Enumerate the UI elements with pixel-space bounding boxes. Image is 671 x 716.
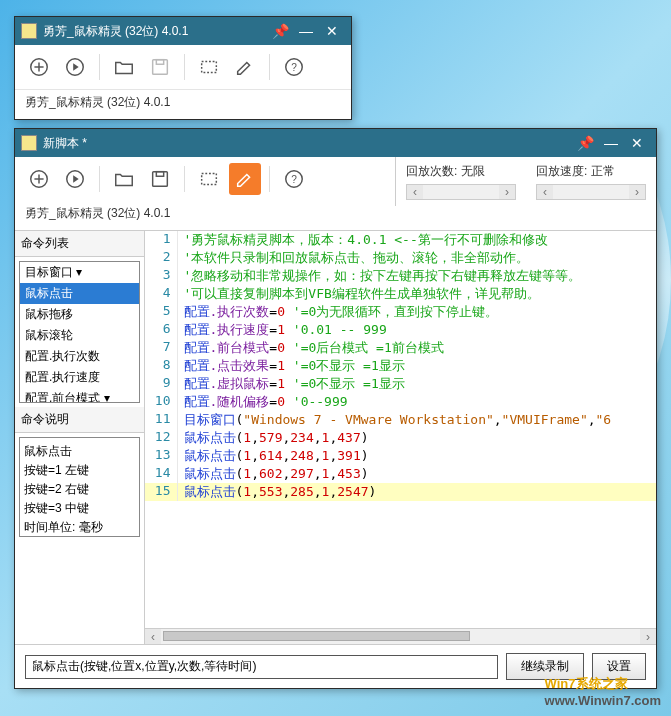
save-button[interactable] (144, 51, 176, 83)
window-script: 新脚本 * 📌 — ✕ ? 勇芳_鼠标精灵 (32位) 4.0.1 回放次数: … (14, 128, 657, 689)
subtitle: 勇芳_鼠标精灵 (32位) 4.0.1 (15, 90, 351, 119)
playback-count-slider[interactable]: ‹› (406, 184, 516, 200)
edit-button[interactable] (229, 163, 261, 195)
minimize-icon[interactable]: — (293, 23, 319, 39)
playback-options: 回放次数: 无限 ‹› 回放速度: 正常 ‹› (395, 157, 656, 206)
edit-button[interactable] (229, 51, 261, 83)
desc-line: 按键=3 中键 (24, 499, 135, 518)
app-icon (21, 23, 37, 39)
toolbar: ? (15, 45, 351, 90)
add-button[interactable] (23, 51, 55, 83)
playback-speed-label: 回放速度: 正常 (536, 163, 646, 180)
svg-text:?: ? (291, 174, 297, 185)
list-item[interactable]: 配置.前台模式 ▾ (20, 388, 139, 403)
close-icon[interactable]: ✕ (624, 135, 650, 151)
window-main: 勇芳_鼠标精灵 (32位) 4.0.1 📌 — ✕ ? 勇芳_鼠标精灵 (32位… (14, 16, 352, 120)
toolbar: ? (15, 157, 395, 201)
left-panel: 命令列表 目标窗口 ▾鼠标点击鼠标拖移鼠标滚轮配置.执行次数配置.执行速度配置.… (15, 231, 145, 644)
help-button[interactable]: ? (278, 51, 310, 83)
svg-marker-14 (73, 175, 79, 182)
list-item[interactable]: 鼠标拖移 (20, 304, 139, 325)
open-button[interactable] (108, 51, 140, 83)
svg-rect-7 (202, 62, 217, 73)
cmd-list-title: 命令列表 (15, 231, 144, 257)
list-item[interactable]: 鼠标点击 (20, 283, 139, 304)
pin-icon[interactable]: 📌 (267, 23, 293, 39)
app-icon (21, 135, 37, 151)
svg-rect-16 (156, 172, 163, 177)
close-icon[interactable]: ✕ (319, 23, 345, 39)
desc-line: 时间单位: 毫秒 (24, 518, 135, 537)
watermark: Win7系统之家 www.Winwin7.com (545, 675, 661, 708)
subtitle: 勇芳_鼠标精灵 (32位) 4.0.1 (15, 201, 395, 230)
help-button[interactable]: ? (278, 163, 310, 195)
open-button[interactable] (108, 163, 140, 195)
list-item[interactable]: 配置.执行次数 (20, 346, 139, 367)
desc-line: 鼠标点击 (24, 442, 135, 461)
list-item[interactable]: 鼠标滚轮 (20, 325, 139, 346)
window-title: 勇芳_鼠标精灵 (32位) 4.0.1 (43, 23, 267, 40)
svg-rect-6 (156, 60, 163, 65)
editor-hscroll[interactable]: ‹› (145, 628, 656, 644)
save-button[interactable] (144, 163, 176, 195)
list-item[interactable]: 目标窗口 ▾ (20, 262, 139, 283)
add-button[interactable] (23, 163, 55, 195)
cmd-listbox[interactable]: 目标窗口 ▾鼠标点击鼠标拖移鼠标滚轮配置.执行次数配置.执行速度配置.前台模式 … (19, 261, 140, 403)
titlebar[interactable]: 新脚本 * 📌 — ✕ (15, 129, 656, 157)
play-button[interactable] (59, 51, 91, 83)
cmd-input[interactable] (25, 655, 498, 679)
svg-marker-4 (73, 63, 79, 70)
code-editor[interactable]: 1'勇芳鼠标精灵脚本，版本：4.0.1 <--第一行不可删除和修改2'本软件只录… (145, 231, 656, 628)
cmd-desc-title: 命令说明 (15, 407, 144, 433)
svg-rect-17 (202, 174, 217, 185)
cmd-desc-box: 鼠标点击按键=1 左键按键=2 右键按键=3 中键时间单位: 毫秒 (19, 437, 140, 537)
playback-speed-slider[interactable]: ‹› (536, 184, 646, 200)
desc-line: 按键=2 右键 (24, 480, 135, 499)
play-button[interactable] (59, 163, 91, 195)
pin-icon[interactable]: 📌 (572, 135, 598, 151)
minimize-icon[interactable]: — (598, 135, 624, 151)
playback-count-label: 回放次数: 无限 (406, 163, 516, 180)
svg-rect-5 (153, 60, 168, 75)
svg-text:?: ? (291, 62, 297, 73)
select-button[interactable] (193, 51, 225, 83)
titlebar[interactable]: 勇芳_鼠标精灵 (32位) 4.0.1 📌 — ✕ (15, 17, 351, 45)
svg-rect-15 (153, 172, 168, 187)
select-button[interactable] (193, 163, 225, 195)
list-item[interactable]: 配置.执行速度 (20, 367, 139, 388)
desc-line: 按键=1 左键 (24, 461, 135, 480)
window-title: 新脚本 * (43, 135, 572, 152)
